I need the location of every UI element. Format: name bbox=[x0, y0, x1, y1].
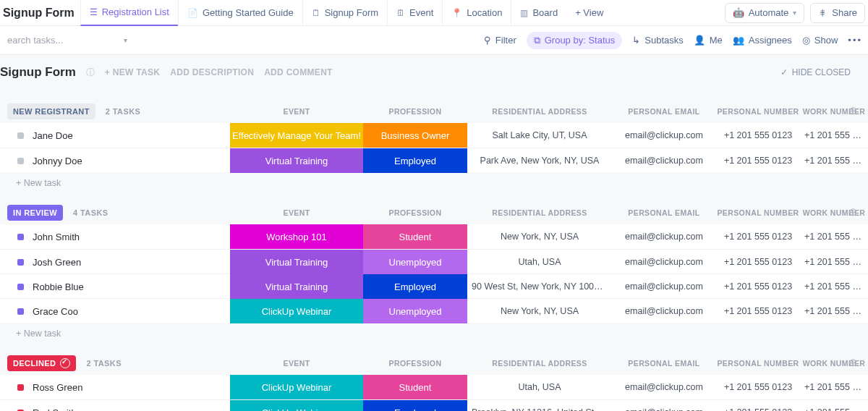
automate-button[interactable]: 🤖 Automate ▾ bbox=[725, 3, 805, 23]
profession-tag[interactable]: Unemployed bbox=[363, 250, 467, 274]
tab-add-view[interactable]: + View bbox=[566, 0, 612, 26]
add-description-button[interactable]: ADD DESCRIPTION bbox=[170, 67, 254, 77]
cell-address[interactable]: Salt Lake City, UT, USA bbox=[467, 130, 612, 140]
cell-wnum[interactable]: +1 201 555 0123 bbox=[800, 130, 868, 140]
search-input[interactable]: earch tasks... bbox=[6, 35, 63, 46]
cell-wnum[interactable]: +1 201 555 0123 bbox=[800, 382, 868, 392]
table-row[interactable]: John SmithWorkshop 101StudentNew York, N… bbox=[0, 224, 868, 249]
cell-email[interactable]: email@clickup.com bbox=[612, 232, 716, 242]
status-chip[interactable]: IN REVIEW bbox=[7, 205, 63, 221]
event-tag[interactable]: ClickUp Webinar bbox=[230, 299, 363, 323]
cell-pnum[interactable]: +1 201 555 0123 bbox=[716, 306, 800, 316]
column-header[interactable]: PERSONAL NUMBER bbox=[716, 208, 800, 217]
cell-pnum[interactable]: +1 201 555 0123 bbox=[716, 281, 800, 292]
cell-address[interactable]: Brooklyn, NY 11216, United States bbox=[467, 407, 612, 411]
status-square[interactable] bbox=[17, 259, 24, 266]
cell-address[interactable]: Utah, USA bbox=[467, 382, 612, 392]
table-row[interactable]: Grace CooClickUp WebinarUnemployedNew Yo… bbox=[0, 298, 868, 323]
cell-email[interactable]: email@clickup.com bbox=[612, 130, 716, 140]
profession-tag[interactable]: Student bbox=[363, 224, 467, 249]
cell-address[interactable]: 90 West St, New York, NY 10006, U... bbox=[467, 281, 612, 292]
cell-address[interactable]: New York, NY, USA bbox=[467, 232, 612, 242]
cell-email[interactable]: email@clickup.com bbox=[612, 257, 716, 267]
table-row[interactable]: Josh GreenVirtual TrainingUnemployedUtah… bbox=[0, 249, 868, 274]
table-row[interactable]: Ross GreenClickUp WebinarStudentUtah, US… bbox=[0, 375, 868, 399]
column-header[interactable]: PROFESSION bbox=[363, 359, 467, 368]
chevron-down-icon[interactable]: ▾ bbox=[124, 36, 127, 44]
status-chip[interactable]: NEW REGISTRANT bbox=[7, 103, 95, 119]
cell-address[interactable]: New York, NY, USA bbox=[467, 306, 612, 316]
tab-board[interactable]: ▥ Board bbox=[511, 0, 566, 26]
cell-email[interactable]: email@clickup.com bbox=[612, 382, 716, 392]
add-column-button[interactable]: ⊕ bbox=[848, 206, 858, 219]
more-button[interactable]: ••• bbox=[848, 35, 862, 46]
table-row[interactable]: Johnyy DoeVirtual TrainingEmployedPark A… bbox=[0, 148, 868, 172]
event-tag[interactable]: ClickUp Webinar bbox=[230, 400, 363, 411]
cell-pnum[interactable]: +1 201 555 0123 bbox=[716, 156, 800, 166]
cell-pnum[interactable]: +1 201 555 0123 bbox=[716, 257, 800, 267]
tab-location[interactable]: 📍 Location bbox=[442, 0, 511, 26]
cell-email[interactable]: email@clickup.com bbox=[612, 407, 716, 411]
column-header[interactable]: PERSONAL EMAIL bbox=[612, 359, 716, 368]
table-row[interactable]: Robbie BlueVirtual TrainingEmployed90 We… bbox=[0, 274, 868, 298]
status-square[interactable] bbox=[17, 308, 24, 315]
table-row[interactable]: Red SmithClickUp WebinarEmployedBrooklyn… bbox=[0, 399, 868, 411]
event-tag[interactable]: ClickUp Webinar bbox=[230, 375, 363, 399]
status-chip[interactable]: DECLINED bbox=[7, 355, 76, 371]
subtasks-button[interactable]: ↳Subtasks bbox=[632, 35, 683, 46]
column-header[interactable]: PERSONAL EMAIL bbox=[612, 107, 716, 116]
tab-registration-list[interactable]: ☰ Registration List bbox=[80, 0, 178, 26]
cell-pnum[interactable]: +1 201 555 0123 bbox=[716, 130, 800, 140]
column-header[interactable]: PROFESSION bbox=[363, 107, 467, 116]
add-comment-button[interactable]: ADD COMMENT bbox=[264, 67, 333, 77]
column-header[interactable]: EVENT bbox=[230, 208, 363, 217]
cell-pnum[interactable]: +1 201 555 0123 bbox=[716, 232, 800, 242]
tab-event[interactable]: 🗓 Event bbox=[387, 0, 442, 26]
new-task-button[interactable]: + New task bbox=[0, 172, 868, 188]
add-column-button[interactable]: ⊕ bbox=[848, 104, 858, 117]
cell-wnum[interactable]: +1 201 555 0123 bbox=[800, 156, 868, 166]
tab-signup-form[interactable]: 🗒 Signup Form bbox=[302, 0, 387, 26]
column-header[interactable]: PERSONAL EMAIL bbox=[612, 208, 716, 217]
event-tag[interactable]: Virtual Training bbox=[230, 148, 363, 173]
cell-wnum[interactable]: +1 201 555 0123 bbox=[800, 407, 868, 411]
info-icon[interactable]: ⓘ bbox=[86, 67, 95, 79]
status-square[interactable] bbox=[17, 284, 24, 290]
status-square[interactable] bbox=[17, 234, 24, 240]
column-header[interactable]: PERSONAL NUMBER bbox=[716, 107, 800, 116]
cell-pnum[interactable]: +1 201 555 0123 bbox=[716, 382, 800, 392]
profession-tag[interactable]: Unemployed bbox=[363, 299, 467, 323]
column-header[interactable]: EVENT bbox=[230, 107, 363, 116]
column-header[interactable]: RESIDENTIAL ADDRESS bbox=[467, 359, 612, 368]
new-task-button[interactable]: + New task bbox=[0, 323, 868, 339]
event-tag[interactable]: Effectively Manage Your Team! bbox=[230, 123, 363, 148]
status-square[interactable] bbox=[17, 132, 24, 139]
column-header[interactable]: RESIDENTIAL ADDRESS bbox=[467, 208, 612, 217]
column-header[interactable]: PROFESSION bbox=[363, 208, 467, 217]
share-button[interactable]: ⯒ Share bbox=[810, 3, 865, 23]
cell-email[interactable]: email@clickup.com bbox=[612, 281, 716, 292]
cell-wnum[interactable]: +1 201 555 0123 bbox=[800, 281, 868, 292]
cell-address[interactable]: Park Ave, New York, NY, USA bbox=[467, 156, 612, 166]
event-tag[interactable]: Virtual Training bbox=[230, 250, 363, 274]
cell-email[interactable]: email@clickup.com bbox=[612, 156, 716, 166]
filter-button[interactable]: ⚲Filter bbox=[484, 35, 516, 46]
profession-tag[interactable]: Employed bbox=[363, 148, 467, 173]
cell-wnum[interactable]: +1 201 555 0123 bbox=[800, 257, 868, 267]
status-square[interactable] bbox=[17, 158, 24, 164]
event-tag[interactable]: Workshop 101 bbox=[230, 224, 363, 249]
column-header[interactable]: EVENT bbox=[230, 359, 363, 368]
cell-pnum[interactable]: +1 201 555 0123 bbox=[716, 407, 800, 411]
profession-tag[interactable]: Employed bbox=[363, 274, 467, 299]
cell-wnum[interactable]: +1 201 555 0123 bbox=[800, 232, 868, 242]
cell-email[interactable]: email@clickup.com bbox=[612, 306, 716, 316]
event-tag[interactable]: Virtual Training bbox=[230, 274, 363, 299]
profession-tag[interactable]: Student bbox=[363, 375, 467, 399]
assignees-button[interactable]: 👥Assignees bbox=[733, 35, 792, 46]
cell-wnum[interactable]: +1 201 555 0123 bbox=[800, 306, 868, 316]
cell-address[interactable]: Utah, USA bbox=[467, 257, 612, 267]
group-by-button[interactable]: ⧉Group by: Status bbox=[527, 32, 623, 49]
tab-getting-started[interactable]: 📄 Getting Started Guide bbox=[178, 0, 302, 26]
new-task-button[interactable]: + NEW TASK bbox=[105, 67, 160, 77]
column-header[interactable]: RESIDENTIAL ADDRESS bbox=[467, 107, 612, 116]
